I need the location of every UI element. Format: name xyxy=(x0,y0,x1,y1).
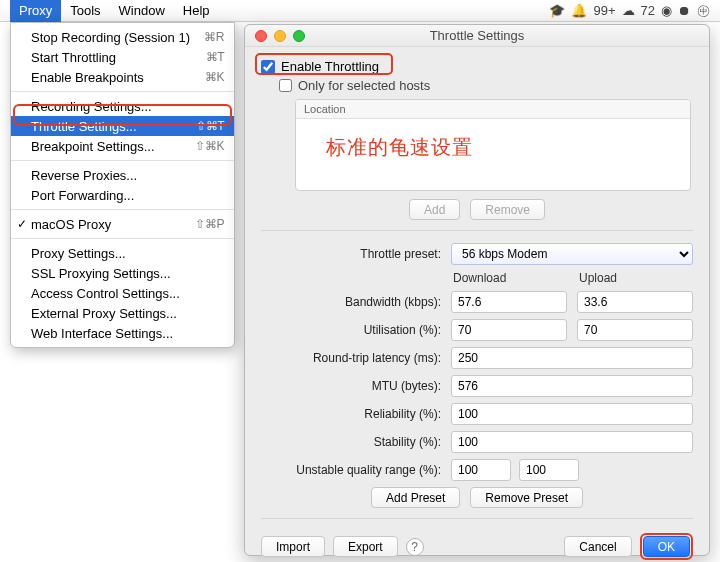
remove-preset-button[interactable]: Remove Preset xyxy=(470,487,583,508)
menu-item-enable-breakpoints[interactable]: Enable Breakpoints⌘K xyxy=(11,67,234,87)
proxy-menu-dropdown: Stop Recording (Session 1)⌘R Start Throt… xyxy=(10,22,235,348)
throttle-settings-dialog: Throttle Settings Enable Throttling Only… xyxy=(244,24,710,556)
enable-throttling-label: Enable Throttling xyxy=(281,59,379,74)
menu-separator xyxy=(11,91,234,92)
menu-separator xyxy=(11,209,234,210)
divider xyxy=(261,518,693,519)
close-button[interactable] xyxy=(255,30,267,42)
latency-input[interactable] xyxy=(451,347,693,369)
cancel-button[interactable]: Cancel xyxy=(564,536,631,557)
badge-count-1: 99+ xyxy=(593,3,615,18)
add-preset-button[interactable]: Add Preset xyxy=(371,487,460,508)
menubar: Proxy Tools Window Help 🎓 🔔 99+ ☁ 72 ◉ ⏺… xyxy=(0,0,720,22)
menu-item-throttle-settings[interactable]: Throttle Settings...⇧⌘T xyxy=(11,116,234,136)
cloud-icon: ☁ xyxy=(622,3,635,18)
upload-column-header: Upload xyxy=(577,271,693,285)
dialog-footer: Import Export ? Cancel OK xyxy=(261,533,693,560)
menu-item-port-forwarding[interactable]: Port Forwarding... xyxy=(11,185,234,205)
menu-item-start-throttling[interactable]: Start Throttling⌘T xyxy=(11,47,234,67)
reliability-input[interactable] xyxy=(451,403,693,425)
bell-icon: 🔔 xyxy=(571,3,587,18)
menu-help[interactable]: Help xyxy=(174,0,219,22)
menu-item-macos-proxy[interactable]: ✓macOS Proxy⇧⌘P xyxy=(11,214,234,234)
menu-item-access-control-settings[interactable]: Access Control Settings... xyxy=(11,283,234,303)
divider xyxy=(261,230,693,231)
unstable-range-high-input[interactable] xyxy=(519,459,579,481)
hat-icon: 🎓 xyxy=(549,3,565,18)
utilisation-label: Utilisation (%): xyxy=(261,323,441,337)
utilisation-download-input[interactable] xyxy=(451,319,567,341)
badge-count-2: 72 xyxy=(641,3,655,18)
dialog-titlebar: Throttle Settings xyxy=(245,25,709,47)
dialog-title: Throttle Settings xyxy=(245,28,709,43)
ok-button[interactable]: OK xyxy=(643,536,690,557)
enable-throttling-checkbox[interactable] xyxy=(261,60,275,74)
menu-tools[interactable]: Tools xyxy=(61,0,109,22)
check-icon: ✓ xyxy=(17,217,27,231)
unstable-range-label: Unstable quality range (%): xyxy=(261,463,441,477)
latency-label: Round-trip latency (ms): xyxy=(261,351,441,365)
stability-input[interactable] xyxy=(451,431,693,453)
menu-separator xyxy=(11,238,234,239)
stability-label: Stability (%): xyxy=(261,435,441,449)
utilisation-upload-input[interactable] xyxy=(577,319,693,341)
menu-item-breakpoint-settings[interactable]: Breakpoint Settings...⇧⌘K xyxy=(11,136,234,156)
hosts-column-header: Location xyxy=(296,100,690,119)
menu-item-ssl-proxying-settings[interactable]: SSL Proxying Settings... xyxy=(11,263,234,283)
help-icon[interactable]: ? xyxy=(406,538,424,556)
only-selected-hosts-label: Only for selected hosts xyxy=(298,78,430,93)
menu-proxy[interactable]: Proxy xyxy=(10,0,61,22)
export-button[interactable]: Export xyxy=(333,536,398,557)
enable-throttling-row: Enable Throttling xyxy=(261,59,693,74)
bandwidth-label: Bandwidth (kbps): xyxy=(261,295,441,309)
window-controls xyxy=(255,30,305,42)
unstable-range-low-input[interactable] xyxy=(451,459,511,481)
add-host-button[interactable]: Add xyxy=(409,199,460,220)
bandwidth-download-input[interactable] xyxy=(451,291,567,313)
menu-item-web-interface-settings[interactable]: Web Interface Settings... xyxy=(11,323,234,343)
ime-icon: ㊥ xyxy=(697,2,710,20)
reliability-label: Reliability (%): xyxy=(261,407,441,421)
zoom-button[interactable] xyxy=(293,30,305,42)
annotation-highlight-ok: OK xyxy=(640,533,693,560)
menu-item-proxy-settings[interactable]: Proxy Settings... xyxy=(11,243,234,263)
bandwidth-upload-input[interactable] xyxy=(577,291,693,313)
menu-item-recording-settings[interactable]: Recording Settings... xyxy=(11,96,234,116)
import-button[interactable]: Import xyxy=(261,536,325,557)
mic-icon: ⏺ xyxy=(678,3,691,18)
menu-separator xyxy=(11,160,234,161)
throttle-preset-label: Throttle preset: xyxy=(261,247,441,261)
mtu-label: MTU (bytes): xyxy=(261,379,441,393)
download-column-header: Download xyxy=(451,271,567,285)
mtu-input[interactable] xyxy=(451,375,693,397)
menu-item-reverse-proxies[interactable]: Reverse Proxies... xyxy=(11,165,234,185)
minimize-button[interactable] xyxy=(274,30,286,42)
menu-window[interactable]: Window xyxy=(110,0,174,22)
only-selected-hosts-checkbox[interactable] xyxy=(279,79,292,92)
throttle-preset-select[interactable]: 56 kbps Modem xyxy=(451,243,693,265)
menu-item-stop-recording[interactable]: Stop Recording (Session 1)⌘R xyxy=(11,27,234,47)
hosts-list[interactable]: Location xyxy=(295,99,691,191)
remove-host-button[interactable]: Remove xyxy=(470,199,545,220)
throttle-form: Throttle preset: 56 kbps Modem Download … xyxy=(261,243,693,481)
selected-hosts-row: Only for selected hosts xyxy=(279,78,693,93)
menu-item-external-proxy-settings[interactable]: External Proxy Settings... xyxy=(11,303,234,323)
menubar-status-area: 🎓 🔔 99+ ☁ 72 ◉ ⏺ ㊥ xyxy=(549,2,720,20)
record-icon: ◉ xyxy=(661,3,672,18)
